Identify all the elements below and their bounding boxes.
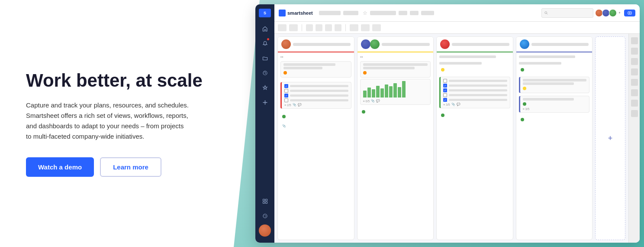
spacer	[439, 110, 510, 111]
main-content: smartsheet ☆ +	[274, 4, 640, 243]
checkbox-label	[449, 84, 507, 87]
col-title-3	[452, 43, 509, 46]
spacer	[439, 74, 510, 75]
tab-item-6[interactable]	[421, 11, 434, 15]
card-2-1[interactable]	[360, 61, 431, 78]
col-body-2: ↦ ≡ 0/5	[357, 52, 434, 240]
row-expand-1[interactable]: ↦	[280, 54, 351, 60]
toolbar-icon-4[interactable]	[316, 24, 322, 31]
learn-more-button[interactable]: Learn more	[100, 157, 161, 177]
headline: Work better, at scale	[26, 70, 203, 91]
card-line	[363, 63, 428, 66]
tab-item-5[interactable]	[410, 11, 419, 15]
sidebar-folder-icon[interactable]	[259, 52, 271, 64]
app-window: S	[255, 4, 640, 243]
sidebar-home-icon[interactable]	[259, 23, 271, 35]
status-dot-yellow	[523, 87, 526, 90]
col-body-1: ↦	[278, 52, 354, 240]
sidebar-add-icon[interactable]	[259, 96, 271, 108]
svg-rect-2	[265, 199, 267, 201]
tab-item-2[interactable]	[343, 11, 358, 15]
toolbar-icon-2[interactable]	[289, 24, 298, 31]
checkbox-checked[interactable]	[284, 84, 288, 88]
toolbar-icon-5[interactable]	[325, 24, 332, 31]
topbar-tabs: ☆	[316, 10, 538, 16]
brand-name: smartsheet	[287, 10, 313, 16]
right-icon-2[interactable]	[631, 48, 638, 55]
tab-item-4[interactable]	[399, 11, 407, 15]
avatar-3	[609, 9, 617, 17]
col-title-2	[382, 43, 430, 46]
board-column-2: ↦ ≡ 0/5	[357, 36, 434, 240]
sidebar-clock-icon[interactable]	[259, 67, 271, 79]
toolbar-icon-7[interactable]	[350, 24, 358, 31]
toolbar-icon-9[interactable]	[372, 24, 381, 31]
checkbox-checked[interactable]	[443, 98, 447, 102]
card-line	[519, 55, 576, 58]
right-icon-8[interactable]	[631, 110, 638, 117]
toolbar-icon-6[interactable]	[335, 24, 341, 31]
right-icon-6[interactable]	[631, 89, 638, 96]
card-count-2: ≡ 0/5	[363, 100, 370, 103]
col-title-1	[293, 43, 351, 46]
card-footer: ≡ 0/5 📎 💬	[363, 99, 428, 103]
card-count-4: ≡ 3/5	[523, 107, 530, 110]
left-panel: Work better, at scale Capture and track …	[0, 0, 229, 247]
col-title-4	[531, 43, 589, 46]
checkbox[interactable]	[443, 79, 447, 83]
card-4-2[interactable]: ≡ 3/5	[519, 96, 590, 113]
sidebar-star-icon[interactable]	[259, 81, 271, 94]
checkbox-row	[284, 94, 348, 98]
card-3-1[interactable]: ≡ 3/5 📎 💬	[439, 77, 510, 108]
sidebar-bell-icon[interactable]	[259, 37, 271, 49]
right-icon-4[interactable]	[631, 68, 638, 75]
card-spacer	[280, 79, 351, 81]
watch-demo-button[interactable]: Watch a demo	[26, 157, 94, 177]
checkbox-checked[interactable]	[443, 88, 447, 92]
board-column-4: ≡ 3/5	[516, 36, 593, 240]
topbar-star-icon[interactable]: ☆	[363, 10, 367, 16]
checkbox-checked[interactable]	[284, 94, 288, 98]
checkbox-checked[interactable]	[443, 84, 447, 88]
sidebar-user-avatar[interactable]	[259, 224, 271, 237]
right-icon-7[interactable]	[631, 100, 638, 107]
tab-item-1[interactable]	[319, 11, 341, 15]
row-expand-2[interactable]: ↦	[360, 54, 431, 60]
right-panel: S	[229, 0, 644, 247]
logo-mark: S	[264, 11, 266, 15]
share-button[interactable]	[624, 10, 635, 16]
board-area: ↦	[274, 34, 640, 243]
svg-point-7	[545, 11, 547, 13]
right-icon-1[interactable]	[631, 37, 638, 44]
add-column-button[interactable]: +	[595, 36, 625, 240]
sidebar-help-icon[interactable]: ?	[259, 210, 271, 222]
card-1-1[interactable]	[280, 61, 351, 78]
status-dot-yellow	[441, 68, 444, 72]
card-chart[interactable]: ≡ 0/5 📎 💬	[360, 79, 431, 105]
card-line	[523, 82, 574, 85]
status-dot-green	[282, 115, 286, 118]
spacer	[360, 106, 431, 108]
toolbar-icon-8[interactable]	[361, 24, 370, 31]
checkbox-row	[443, 98, 507, 102]
checkbox-row	[284, 98, 348, 102]
checkbox-label	[290, 90, 348, 92]
toolbar-icon-1[interactable]	[278, 24, 287, 31]
card-icon-chat: 💬	[298, 103, 302, 107]
card-4-1[interactable]	[519, 77, 590, 93]
col-avatar-1	[281, 39, 291, 49]
card-1-2[interactable]: ≡ 2/5 📎 💬	[280, 82, 351, 109]
topbar-search[interactable]	[541, 8, 593, 18]
checkbox-label	[449, 89, 507, 91]
sidebar-grid-icon[interactable]	[259, 195, 271, 207]
sidebar-logo: S	[259, 9, 271, 17]
sidebar: S	[255, 4, 274, 243]
toolbar-icon-3[interactable]	[306, 24, 313, 31]
tab-item-3[interactable]	[370, 11, 396, 15]
right-icon-3[interactable]	[631, 58, 638, 65]
right-icon-5[interactable]	[631, 79, 638, 86]
card-icon-clip-2: 📎	[371, 99, 375, 103]
checkbox-unchecked[interactable]	[284, 98, 288, 102]
checkbox[interactable]	[443, 93, 447, 97]
checkbox-unchecked[interactable]	[284, 89, 288, 93]
